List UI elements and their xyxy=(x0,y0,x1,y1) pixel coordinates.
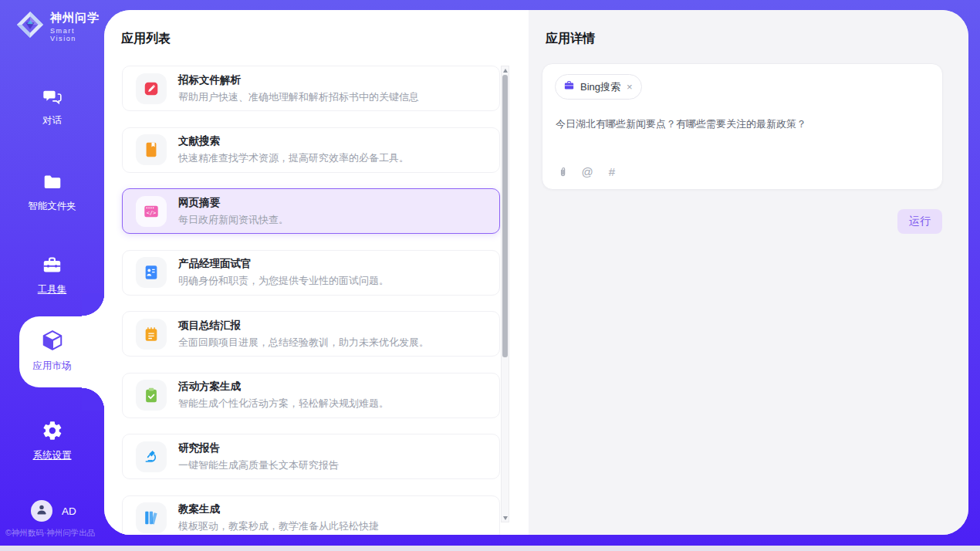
app-list: 招标文件解析帮助用户快速、准确地理解和解析招标书中的关键信息 文献搜索快速精准查… xyxy=(122,66,500,535)
sidebar-item-label: 系统设置 xyxy=(33,449,72,462)
app-list-item[interactable]: 招标文件解析帮助用户快速、准确地理解和解析招标书中的关键信息 xyxy=(122,66,500,111)
person-icon xyxy=(35,502,49,519)
brand-text: 神州问学 Smart Vision xyxy=(50,11,104,42)
browser-code-icon: </> xyxy=(136,196,167,227)
sidebar-item-label: 应用市场 xyxy=(33,360,72,373)
hash-icon[interactable]: # xyxy=(605,164,619,178)
app-item-desc: 模板驱动，教案秒成，教学准备从此轻松快捷 xyxy=(178,519,379,533)
interview-icon xyxy=(136,257,167,288)
app-item-desc: 明确身份和职责，为您提供专业性的面试问题。 xyxy=(178,274,389,288)
cube-icon xyxy=(41,329,64,355)
clipboard-check-icon xyxy=(136,380,167,411)
app-item-texts: 活动方案生成智能生成个性化活动方案，轻松解决规划难题。 xyxy=(178,380,389,411)
main-content: 应用列表 招标文件解析帮助用户快速、准确地理解和解析招标书中的关键信息 文献搜索… xyxy=(104,10,968,535)
app-item-desc: 智能生成个性化活动方案，轻松解决规划难题。 xyxy=(178,397,389,411)
avatar[interactable] xyxy=(31,500,52,522)
doc-edit-icon xyxy=(136,73,167,104)
app-list-item[interactable]: 活动方案生成智能生成个性化活动方案，轻松解决规划难题。 xyxy=(122,373,500,418)
app-item-desc: 快速精准查找学术资源，提高研究效率的必备工具。 xyxy=(178,151,409,165)
attach-toolbar: @# xyxy=(556,164,619,178)
app-item-texts: 网页摘要每日政府新闻资讯快查。 xyxy=(178,196,289,227)
app-list-item[interactable]: </>网页摘要每日政府新闻资讯快查。 xyxy=(122,188,500,234)
prompt-card: Bing搜索 × 今日湖北有哪些新闻要点？有哪些需要关注的最新政策？ @# xyxy=(542,63,943,190)
sidebar-item-app-market[interactable]: 应用市场 xyxy=(0,329,104,373)
app-item-desc: 全面回顾项目进展，总结经验教训，助力未来优化发展。 xyxy=(178,336,429,350)
tool-tag-label: Bing搜索 xyxy=(580,80,620,94)
sidebar-item-settings[interactable]: 系统设置 xyxy=(0,420,104,462)
app-list-item[interactable]: 教案生成模板驱动，教案秒成，教学准备从此轻松快捷 xyxy=(122,495,500,536)
run-button[interactable]: 运行 xyxy=(897,209,942,234)
app-list-item[interactable]: 产品经理面试官明确身份和职责，为您提供专业性的面试问题。 xyxy=(122,250,500,296)
brand-tagline: Smart Vision xyxy=(50,27,104,42)
app-item-title: 研究报告 xyxy=(178,441,339,455)
app-item-title: 产品经理面试官 xyxy=(178,257,389,271)
app-item-title: 项目总结汇报 xyxy=(178,319,429,333)
user-name: AD xyxy=(62,505,76,517)
app-item-texts: 招标文件解析帮助用户快速、准确地理解和解析招标书中的关键信息 xyxy=(178,73,419,104)
app-item-desc: 帮助用户快速、准确地理解和解析招标书中的关键信息 xyxy=(178,90,419,104)
app-root: 神州问学 Smart Vision 对话 智能文件夹 工具集 系统设置 AD xyxy=(0,0,980,546)
copyright-footer: ©神州数码·神州问学出品 xyxy=(5,528,104,539)
microscope-icon xyxy=(136,441,167,472)
user-row[interactable]: AD xyxy=(31,500,76,522)
folder-icon xyxy=(42,172,63,195)
app-list-title: 应用列表 xyxy=(121,31,171,47)
sidebar-item-label: 智能文件夹 xyxy=(28,200,76,213)
app-list-item[interactable]: 项目总结汇报全面回顾项目进展，总结经验教训，助力未来优化发展。 xyxy=(122,311,500,357)
gear-icon xyxy=(42,420,63,445)
app-list-item[interactable]: 文献搜索快速精准查找学术资源，提高研究效率的必备工具。 xyxy=(122,127,500,173)
app-list-item[interactable]: 研究报告一键智能生成高质量长文本研究报告 xyxy=(122,434,500,479)
sidebar-item-toolset[interactable]: 工具集 xyxy=(0,255,104,296)
sidebar-item-label: 工具集 xyxy=(38,283,67,296)
svg-text:</>: </> xyxy=(147,210,156,216)
app-item-title: 网页摘要 xyxy=(178,196,289,210)
scroll-up-icon[interactable] xyxy=(502,66,509,74)
books-icon xyxy=(136,502,167,533)
app-list-panel: 应用列表 招标文件解析帮助用户快速、准确地理解和解析招标书中的关键信息 文献搜索… xyxy=(104,10,529,535)
scroll-down-icon[interactable] xyxy=(502,514,509,522)
app-detail-title: 应用详情 xyxy=(546,31,595,47)
toolbox-icon xyxy=(42,255,63,279)
diamond-logo-icon xyxy=(15,10,45,42)
app-item-texts: 产品经理面试官明确身份和职责，为您提供专业性的面试问题。 xyxy=(178,257,389,288)
app-item-texts: 研究报告一键智能生成高质量长文本研究报告 xyxy=(178,441,339,472)
scrollbar[interactable] xyxy=(501,66,509,522)
scrollbar-thumb[interactable] xyxy=(502,75,508,357)
prompt-text[interactable]: 今日湖北有哪些新闻要点？有哪些需要关注的最新政策？ xyxy=(556,117,926,132)
tool-tag-bing-search[interactable]: Bing搜索 × xyxy=(555,74,642,100)
briefcase-icon xyxy=(563,79,575,94)
at-icon[interactable]: @ xyxy=(580,164,594,178)
close-icon[interactable]: × xyxy=(626,81,634,93)
app-item-title: 文献搜索 xyxy=(178,134,409,148)
app-item-desc: 每日政府新闻资讯快查。 xyxy=(178,213,289,227)
sidebar-item-smart-folder[interactable]: 智能文件夹 xyxy=(0,172,104,213)
book-icon xyxy=(136,134,167,165)
app-detail-panel: 应用详情 Bing搜索 × 今日湖北有哪些新闻要点？有哪些需要关注的最新政策？ … xyxy=(529,10,968,535)
notch-fillet-top xyxy=(82,293,105,316)
app-item-texts: 项目总结汇报全面回顾项目进展，总结经验教训，助力未来优化发展。 xyxy=(178,319,429,350)
notch-fillet-bottom xyxy=(82,387,105,411)
sidebar-item-label: 对话 xyxy=(42,114,62,127)
app-item-texts: 教案生成模板驱动，教案秒成，教学准备从此轻松快捷 xyxy=(178,502,379,533)
app-item-title: 招标文件解析 xyxy=(178,73,419,87)
chat-icon xyxy=(42,86,63,110)
app-item-texts: 文献搜索快速精准查找学术资源，提高研究效率的必备工具。 xyxy=(178,134,409,165)
sidebar: 神州问学 Smart Vision 对话 智能文件夹 工具集 系统设置 AD xyxy=(0,0,104,546)
brand-logo: 神州问学 Smart Vision xyxy=(15,10,104,42)
paperclip-icon[interactable] xyxy=(556,164,569,178)
app-item-desc: 一键智能生成高质量长文本研究报告 xyxy=(178,458,339,472)
notepad-icon xyxy=(136,319,167,350)
app-item-title: 活动方案生成 xyxy=(178,380,389,394)
sidebar-item-chat[interactable]: 对话 xyxy=(0,86,104,127)
brand-name: 神州问学 xyxy=(50,11,104,25)
app-item-title: 教案生成 xyxy=(178,502,379,516)
